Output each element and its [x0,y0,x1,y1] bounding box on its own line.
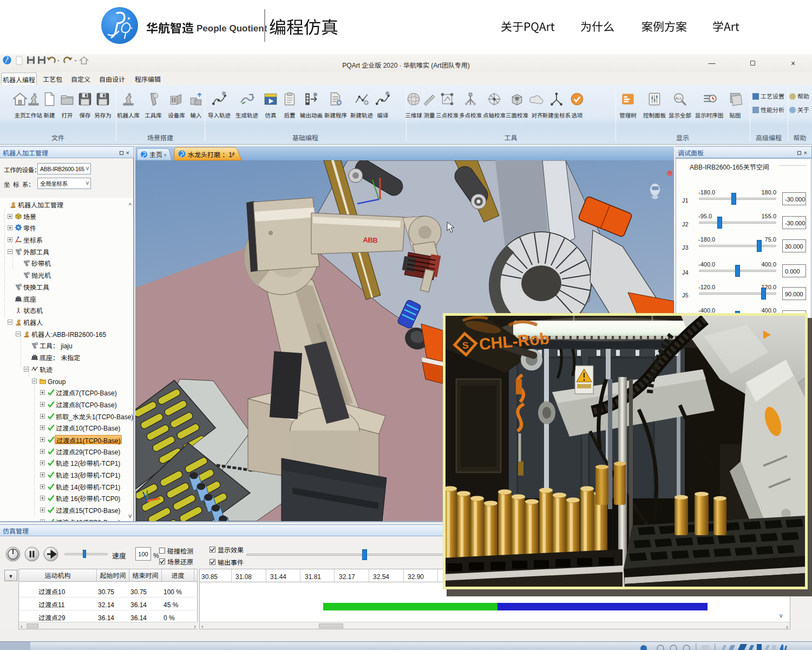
svg-text:×: × [231,151,234,159]
svg-text:×: × [163,151,167,159]
svg-text:主页: 主页 [149,150,162,159]
svg-text:ALL: ALL [675,96,682,101]
svg-text:水龙头打磨 ：1*: 水龙头打磨 ：1* [188,150,235,159]
svg-text:S: S [462,340,469,351]
svg-text:ABB: ABB [363,236,378,244]
svg-text:...: ... [668,172,671,176]
